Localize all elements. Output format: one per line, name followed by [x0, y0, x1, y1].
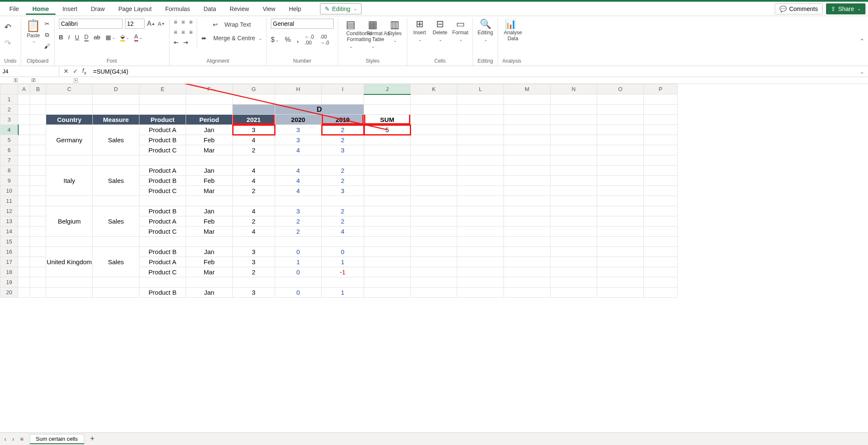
- cell[interactable]: [597, 206, 644, 216]
- tab-draw[interactable]: Draw: [84, 3, 111, 15]
- cell[interactable]: [364, 135, 411, 145]
- chevron-down-icon[interactable]: ⌄: [418, 37, 422, 42]
- cell[interactable]: Italy: [46, 166, 93, 196]
- font-name-select[interactable]: [59, 19, 122, 29]
- decrease-font-icon[interactable]: A▼: [158, 21, 165, 27]
- merge-centre-button[interactable]: ⬌ Merge & Centre⌄: [201, 35, 262, 41]
- cell[interactable]: Feb: [186, 135, 233, 145]
- cell[interactable]: 0: [275, 287, 322, 298]
- row-header-11[interactable]: 11: [0, 196, 18, 206]
- cell[interactable]: [551, 105, 597, 115]
- cell[interactable]: Product B: [139, 176, 186, 186]
- cell[interactable]: [139, 155, 186, 166]
- cell[interactable]: [504, 145, 551, 155]
- align-right-icon[interactable]: ≡: [189, 29, 192, 36]
- col-header-P[interactable]: P: [644, 84, 678, 94]
- cell[interactable]: [551, 227, 597, 237]
- italic-button[interactable]: I: [68, 34, 70, 41]
- tab-view[interactable]: View: [256, 3, 282, 15]
- cell[interactable]: [30, 176, 46, 186]
- share-button[interactable]: ⇪ Share ⌄: [826, 3, 865, 14]
- cell[interactable]: Product B: [139, 247, 186, 257]
- outline-plus-icon[interactable]: +: [74, 78, 78, 83]
- cell[interactable]: [30, 206, 46, 216]
- cell[interactable]: Sales: [93, 125, 139, 155]
- row-header-18[interactable]: 18: [0, 267, 18, 277]
- cell[interactable]: [597, 94, 644, 105]
- cell[interactable]: [551, 186, 597, 196]
- tab-home[interactable]: Home: [26, 3, 56, 15]
- cell[interactable]: [504, 247, 551, 257]
- cell[interactable]: [504, 227, 551, 237]
- cell[interactable]: [18, 135, 30, 145]
- cell[interactable]: [411, 227, 457, 237]
- row-header-4[interactable]: 4: [0, 125, 18, 135]
- cell[interactable]: [186, 105, 233, 115]
- cell[interactable]: [457, 277, 504, 287]
- cell[interactable]: [139, 196, 186, 206]
- cell[interactable]: [18, 227, 30, 237]
- cell[interactable]: Jan: [186, 287, 233, 298]
- cell[interactable]: [30, 105, 46, 115]
- cell[interactable]: [30, 125, 46, 135]
- cell[interactable]: 4: [322, 227, 364, 237]
- cell[interactable]: [411, 267, 457, 277]
- cell[interactable]: Product C: [139, 267, 186, 277]
- name-box[interactable]: [0, 66, 59, 77]
- collapse-ribbon-icon[interactable]: ⌃: [860, 38, 865, 44]
- row-header-5[interactable]: 5: [0, 135, 18, 145]
- cell[interactable]: [18, 237, 30, 247]
- cell[interactable]: [457, 94, 504, 105]
- cell[interactable]: [551, 176, 597, 186]
- formula-input[interactable]: [91, 66, 856, 77]
- cell[interactable]: [551, 237, 597, 247]
- currency-button[interactable]: $⌄: [271, 36, 279, 44]
- cell[interactable]: 3: [233, 257, 275, 267]
- cell[interactable]: [18, 166, 30, 176]
- cell[interactable]: [504, 125, 551, 135]
- cell[interactable]: [364, 227, 411, 237]
- cell[interactable]: Product A: [139, 216, 186, 227]
- cell[interactable]: [644, 145, 678, 155]
- cell[interactable]: Jan: [186, 166, 233, 176]
- cell[interactable]: [322, 237, 364, 247]
- cell[interactable]: [411, 125, 457, 135]
- cell[interactable]: [411, 166, 457, 176]
- col-header-L[interactable]: L: [457, 84, 504, 94]
- cell[interactable]: [30, 94, 46, 105]
- cell[interactable]: [275, 94, 322, 105]
- cell[interactable]: [411, 216, 457, 227]
- cell[interactable]: [30, 166, 46, 176]
- cell[interactable]: [411, 277, 457, 287]
- cell[interactable]: [364, 155, 411, 166]
- cell[interactable]: [504, 155, 551, 166]
- col-header-G[interactable]: G: [233, 84, 275, 94]
- cell[interactable]: [93, 155, 139, 166]
- cell[interactable]: [551, 94, 597, 105]
- chevron-down-icon[interactable]: ⌄: [484, 37, 487, 42]
- cell[interactable]: [597, 145, 644, 155]
- cell[interactable]: [597, 287, 644, 298]
- cell[interactable]: [644, 94, 678, 105]
- cell[interactable]: [93, 94, 139, 105]
- col-header-E[interactable]: E: [139, 84, 186, 94]
- cell[interactable]: [186, 237, 233, 247]
- expand-formula-bar-icon[interactable]: ⌄: [856, 68, 868, 75]
- analyse-data-button[interactable]: 📊: [505, 19, 516, 30]
- cell[interactable]: [411, 105, 457, 115]
- cell[interactable]: [457, 227, 504, 237]
- align-middle-icon[interactable]: ≡: [181, 19, 185, 25]
- row-header-16[interactable]: 16: [0, 247, 18, 257]
- cell[interactable]: [597, 166, 644, 176]
- table-header[interactable]: Period: [186, 115, 233, 125]
- cell[interactable]: [644, 166, 678, 176]
- cell[interactable]: [411, 115, 457, 125]
- cell[interactable]: [411, 196, 457, 206]
- row-header-1[interactable]: 1: [0, 94, 18, 105]
- cell[interactable]: [457, 155, 504, 166]
- cell[interactable]: [411, 247, 457, 257]
- cell[interactable]: 1: [275, 257, 322, 267]
- cell[interactable]: 4: [275, 145, 322, 155]
- decrease-decimal-button[interactable]: .00→.0: [320, 34, 329, 46]
- chevron-down-icon[interactable]: ⌄: [439, 37, 442, 42]
